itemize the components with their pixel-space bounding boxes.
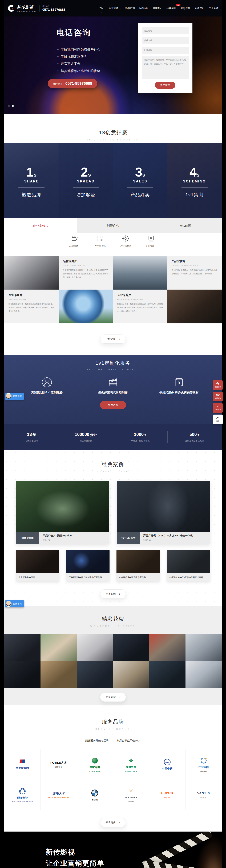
play-doc-icon <box>147 235 155 242</box>
feature-material-keeping: 保姆式服务 终身免费保管素材 <box>159 377 199 395</box>
creative-card-spread[interactable]: 2s SPREAD 增加客流 <box>59 143 113 218</box>
nav-item-tidbits[interactable]: 精彩花絮 <box>180 6 190 11</box>
type-brand-video[interactable]: 品牌宣传片 <box>62 235 88 256</box>
clapperboard-photo: PROD. DIRECTORCAMERAMAN SLATETAKE DATE <box>114 835 222 868</box>
main-nav: 首页 企业宣传片 影视广告 MG动画 服务中心 经典案例HOT 精彩花絮 新传资… <box>100 6 219 11</box>
service-item-feature[interactable]: 企业专题片 ENTERPRISE FEATURE FILM 挖掘核心价值，精准把… <box>113 289 167 323</box>
nav-item-home[interactable]: 首页 <box>100 6 104 11</box>
case-card-small[interactable]: 企业宣传片—西湖大学宣传片 <box>116 550 160 581</box>
slider-dots <box>8 105 14 107</box>
creative-card-sales[interactable]: 3s SALES 产品好卖 <box>113 143 167 218</box>
divider <box>181 187 207 188</box>
free-consult-button[interactable]: 免费咨询 <box>100 401 126 409</box>
call-now-button[interactable]: 随时致电： 0571-85976688 <box>48 79 97 88</box>
stats-bar: 13年 专注影像制作 100000分钟 完成视频制作 1000+ 产出上千部影视… <box>4 424 222 450</box>
feature-postproduction: 提供好莱坞式后期制作 <box>93 377 133 395</box>
service-item-product[interactable]: 产品宣传片 PRODUCT PROMOTION VIDEO 强大的特效制作能力，… <box>167 256 222 289</box>
case-card-small[interactable]: 产品宣传片—骑幻智能电动车宣传片 <box>66 550 110 581</box>
learn-more-button[interactable]: 了解更多 <box>100 335 126 344</box>
about-section: 新传影视 让企业营销更简单 每一家企业都有自己的梦想 每一件产品具备生命力 新传… <box>4 832 222 868</box>
service-item-image[interactable]: 企业形象片 CORPORATE IMAGE 综合把握企业特色，精准挖掘企业商业价… <box>4 289 59 323</box>
service-item-brand[interactable]: 品牌宣传片 BRAND PROMOTION VIDEO 企业微电影集商业和影视于… <box>59 256 113 289</box>
slider-dot[interactable] <box>8 105 10 107</box>
chevron-down-icon <box>111 732 115 736</box>
tab-corporate-video[interactable]: 企业宣传片 <box>4 218 77 233</box>
tab-mg-animation[interactable]: MG动画 <box>149 218 222 233</box>
brand-logo-greentown: ✤绿城中国GREENTOWN <box>113 749 149 780</box>
service-photo-earth <box>59 289 113 323</box>
call-phone: 0571-85976688 <box>65 81 92 86</box>
hero-bullet: 与其他视频相比我们的优势 <box>57 69 100 73</box>
flag-mark-icon <box>19 760 25 763</box>
creative-card-shape[interactable]: 1s SHAPE 塑造品牌 <box>4 143 59 218</box>
phone-icon <box>216 394 220 397</box>
nav-item-classic-case[interactable]: 经典案例HOT <box>167 6 176 11</box>
slider-dot-active[interactable] <box>12 105 14 107</box>
crec-roundel-icon: CREC <box>164 759 171 766</box>
divider <box>19 187 45 188</box>
case-card-fotile[interactable]: FOTILE 方太 产品广告片（TVC）—方太HR7净热一体机 影视广告 <box>117 481 210 544</box>
nav-item-news[interactable]: 新传资讯 <box>195 6 204 11</box>
leave-message-button[interactable]: 在线留言 <box>213 403 223 413</box>
phone-input[interactable] <box>142 37 189 44</box>
seal-mark-icon <box>19 788 26 795</box>
cases-title: 经典案例 <box>4 461 222 468</box>
brand-logo-wensli: ✳WENSLI万事利 <box>113 780 149 810</box>
wechat-consult-button[interactable]: 微信咨询 <box>213 380 223 390</box>
nav-item-about[interactable]: 关于新传 <box>209 6 219 11</box>
clapperboard-icon <box>108 377 118 388</box>
brand-logo-vantis: VANTIS梵蒂斯 <box>186 780 222 810</box>
message-textarea[interactable] <box>142 56 189 79</box>
type-image-film[interactable]: 企业形象片 <box>113 235 138 256</box>
creative-cards: 1s SHAPE 塑造品牌 2s SPREAD 增加客流 3s SALES 产品… <box>4 143 222 218</box>
call-label: 随时致电： <box>53 83 64 86</box>
nav-item-service-center[interactable]: 服务中心 <box>152 6 162 11</box>
submit-request-button[interactable]: 提交需求 <box>155 82 175 89</box>
stat-years: 13年 专注影像制作 <box>4 432 59 442</box>
case-card-supnice[interactable]: 纳爱斯集团 产品广告片-超能supnice 影视广告 <box>16 481 110 544</box>
phone-consult-button[interactable]: 电话咨询 <box>213 392 223 401</box>
stat-minutes: 100000分钟 完成视频制作 <box>59 432 113 442</box>
service-photo-speaker <box>167 289 222 323</box>
brand-logo-cosmos: 广宇集团COSMOS <box>186 749 222 780</box>
more-cases-button[interactable]: 更多案例 <box>100 589 126 598</box>
client-logo: FOTILE 方太 <box>117 532 140 544</box>
tidbits-photo <box>77 661 113 688</box>
tab-film-ad[interactable]: 影视广告 <box>77 218 149 233</box>
tidbits-photo <box>186 634 222 661</box>
back-to-top-button[interactable]: 顶部 <box>213 414 223 424</box>
creative-title: 4S创意拍摄 <box>4 129 222 136</box>
name-input[interactable] <box>142 27 189 34</box>
company-input[interactable] <box>142 47 189 54</box>
logo[interactable]: 新传影视 XIN CHUAN PICTURES <box>7 4 37 12</box>
custom-subtitle: 1V1 CUSTOMIZED SERVICE <box>4 369 222 371</box>
tidbits-photo <box>186 661 222 688</box>
case-thumbnail <box>66 550 110 574</box>
creative-card-scheming[interactable]: 4s SCHEMING 1v1策划 <box>167 143 222 218</box>
grid-icon <box>97 235 104 242</box>
type-product-video[interactable]: 产品宣传片 <box>88 235 113 256</box>
online-consult-widget[interactable]: 在线咨询 <box>5 393 24 400</box>
case-video-thumbnail[interactable] <box>117 481 210 532</box>
client-logo: 纳爱斯集团 <box>16 532 39 544</box>
brand-logo-crec: CREC中国中铁 <box>149 749 185 780</box>
nav-item-corporate-video[interactable]: 企业宣传片 <box>109 6 121 11</box>
hero-bullet: 了解视频定制服务 <box>57 55 100 59</box>
brand-logo-fotile: FOTILE方太因爱伟大 <box>40 749 77 780</box>
custom-service-section: 1v1定制化服务 1V1 CUSTOMIZED SERVICE 资深策划师1v1… <box>4 355 222 424</box>
tidbits-photo <box>4 634 40 661</box>
case-video-thumbnail[interactable] <box>16 481 110 532</box>
more-tidbits-button[interactable]: 更多花絮 <box>100 693 126 702</box>
logo-subtitle: XIN CHUAN PICTURES <box>17 10 37 12</box>
case-card-small[interactable]: 企业形象片—回响 <box>16 550 59 581</box>
tidbits-photo <box>113 661 149 688</box>
online-consult-widget[interactable]: 在线咨询 <box>5 600 24 607</box>
more-brands-button[interactable]: 查看更多 <box>100 818 126 827</box>
nav-item-mg-animation[interactable]: MG动画 <box>139 6 148 11</box>
brands-title: 服务品牌 <box>4 718 222 725</box>
nav-item-film-ad[interactable]: 影视广告 <box>125 6 135 11</box>
brand-logo-stategrid: 国家电网STATE GRID <box>77 749 113 780</box>
brand-tag: 服务国内外知名品牌 <box>85 739 109 742</box>
case-card-small[interactable]: 企业宣传片—华威门业-重新定义高端 <box>167 550 210 581</box>
type-feature-film[interactable]: 企业专题片 <box>138 235 164 256</box>
